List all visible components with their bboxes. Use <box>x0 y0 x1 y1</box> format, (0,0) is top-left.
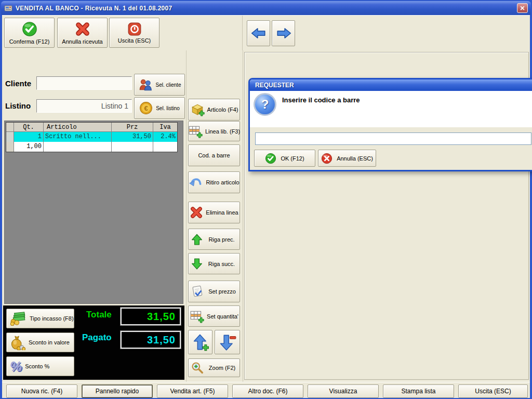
set-prezzo-button[interactable]: Set prezzo <box>188 281 240 302</box>
panel-divider <box>186 50 187 382</box>
two-people-icon <box>138 78 153 91</box>
titlebar: VENDITA AL BANCO - Ricevuta N. 1 del 01.… <box>1 1 531 15</box>
table-row[interactable]: 1 Scritto nell... 31,50 2.4% <box>6 132 177 142</box>
window-title: VENDITA AL BANCO - Ricevuta N. 1 del 01.… <box>16 5 172 12</box>
requester-annulla-button[interactable]: Annulla (ESC) <box>318 150 376 167</box>
vendita-art-button[interactable]: Vendita art. (F5) <box>157 384 228 398</box>
main-area: Cliente Sel. cliente Listino € <box>2 50 530 382</box>
uscita-button[interactable]: Uscita (ESC) <box>109 18 159 48</box>
requester-input-area: OK (F12) Annulla (ESC) <box>250 127 532 170</box>
qt-header: Qt. <box>14 123 43 131</box>
cliente-input[interactable] <box>36 76 132 90</box>
ritiro-articolo-button[interactable]: Ritiro articolo <box>188 171 240 193</box>
red-x-icon <box>190 206 203 219</box>
magnifier-plus-icon <box>191 361 204 375</box>
listino-input[interactable] <box>36 99 132 113</box>
linea-lib-button[interactable]: Linea lib. (F3) <box>188 121 240 141</box>
tipo-incasso-button[interactable]: Tipo incasso (F8) <box>6 309 74 328</box>
elimina-linea-button[interactable]: Elimina linea <box>188 202 240 223</box>
red-x-icon <box>75 21 90 37</box>
green-arrow-down-icon <box>191 258 203 270</box>
app-window: VENDITA AL BANCO - Ricevuta N. 1 del 01.… <box>0 0 532 399</box>
row-selector[interactable] <box>6 142 14 152</box>
euro-coin-icon: € <box>139 101 153 115</box>
conferma-button[interactable]: Conferma (F12) <box>4 18 55 48</box>
pagato-label: Pagato <box>82 332 112 343</box>
grid-plus-icon <box>190 309 204 324</box>
app-icon <box>4 4 12 12</box>
row-selector-header <box>6 123 14 131</box>
visualizza-button[interactable]: Visualizza <box>308 384 379 398</box>
table-header-row: Qt. Articolo Prz Iva <box>6 123 177 132</box>
payment-panel: Tipo incasso (F8) Sconto in valore % <box>3 305 184 380</box>
items-table: Qt. Articolo Prz Iva 1 Scritto nell... 3… <box>6 122 178 152</box>
sconto-valore-button[interactable]: Sconto in valore <box>6 332 74 352</box>
prz-header: Prz <box>111 123 153 131</box>
stampa-lista-button[interactable]: Stampa lista <box>383 384 454 398</box>
incrementa-button[interactable] <box>188 330 212 354</box>
svg-text:€: € <box>144 104 148 112</box>
top-toolbar: Conferma (F12) Annulla ricevuta Uscita (… <box>2 15 530 50</box>
toolbar-divider <box>242 16 243 51</box>
cod-barre-button[interactable]: Cod. a barre <box>188 144 240 166</box>
barcode-input[interactable] <box>255 132 531 145</box>
requester-message-area: ? Inserire il codice a barre <box>250 91 532 127</box>
annulla-ricevuta-button[interactable]: Annulla ricevuta <box>57 18 108 48</box>
banknotes-coins-icon <box>10 311 26 326</box>
items-grid-panel: Qt. Articolo Prz Iva 1 Scritto nell... 3… <box>4 121 183 304</box>
totale-label: Totale <box>86 310 112 320</box>
iva-header: Iva <box>153 123 177 131</box>
riga-prec-button[interactable]: Riga prec. <box>188 229 240 250</box>
yellow-box-plus-icon <box>190 102 205 117</box>
bottom-toolbar: Nuova ric. (F4) Pannello rapido Vendita … <box>2 382 530 398</box>
panel-divider <box>243 50 243 382</box>
green-check-circle-icon <box>22 21 37 37</box>
blue-arrow-up-plus-icon <box>192 333 209 352</box>
grid-plus-icon <box>188 124 203 139</box>
requester-message: Inserire il codice a barre <box>282 96 360 104</box>
percent-icon: % <box>10 360 22 373</box>
nav-forward-button[interactable] <box>272 20 295 46</box>
sel-cliente-button[interactable]: Sel. cliente <box>134 74 185 96</box>
nuova-ric-button[interactable]: Nuova ric. (F4) <box>6 384 77 398</box>
blue-arrow-down-minus-icon <box>219 333 236 352</box>
question-icon: ? <box>254 93 276 116</box>
row-selector[interactable] <box>6 132 14 142</box>
decrementa-button[interactable] <box>215 330 240 354</box>
requester-titlebar: REQUESTER <box>250 79 532 91</box>
table-row[interactable]: 1,00 <box>6 142 177 152</box>
articolo-button[interactable]: Articolo (F4) <box>188 99 240 121</box>
notepad-check-icon <box>191 285 204 298</box>
requester-ok-button[interactable]: OK (F12) <box>254 150 315 167</box>
green-check-circle-icon <box>265 153 276 164</box>
listino-label: Listino <box>5 101 31 110</box>
set-quantita-button[interactable]: Set quantita' <box>188 305 240 327</box>
nav-back-button[interactable] <box>247 20 270 46</box>
green-arrow-up-icon <box>191 233 203 246</box>
blue-arrow-left-icon <box>250 26 267 40</box>
blue-arrow-right-icon <box>275 26 292 40</box>
sconto-pct-button[interactable]: % Sconto % <box>6 356 74 376</box>
totale-display: 31,50 <box>121 308 181 325</box>
articolo-header: Articolo <box>43 123 111 131</box>
close-button[interactable]: ✕ <box>517 3 528 13</box>
money-bag-icon <box>10 335 25 350</box>
requester-dialog: REQUESTER ? Inserire il codice a barre O… <box>248 78 532 171</box>
uscita-esc-button[interactable]: Uscita (ESC) <box>458 384 528 398</box>
pannello-rapido-button[interactable]: Pannello rapido <box>82 384 153 398</box>
riga-succ-button[interactable]: Riga succ. <box>188 253 240 274</box>
power-icon <box>128 22 141 36</box>
zoom-button[interactable]: Zoom (F2) <box>188 358 240 377</box>
cliente-label: Cliente <box>5 79 31 88</box>
undo-arrow-icon <box>189 176 203 189</box>
red-x-circle-icon <box>321 153 332 164</box>
sel-listino-button[interactable]: € Sel. listino <box>134 97 185 119</box>
pagato-display: 31,50 <box>121 331 181 349</box>
altro-doc-button[interactable]: Altro doc. (F6) <box>232 384 303 398</box>
